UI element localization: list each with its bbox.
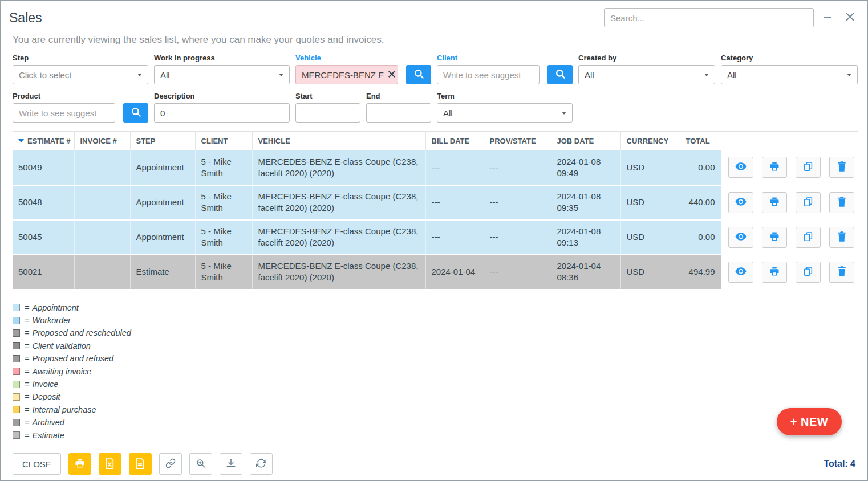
- minimize-icon: [823, 13, 832, 23]
- legend-item: =Estimate: [13, 429, 867, 441]
- legend-swatch: [13, 431, 20, 439]
- start-label: Start: [295, 92, 360, 100]
- print-button[interactable]: [762, 227, 787, 248]
- created-by-select[interactable]: All: [578, 65, 715, 84]
- delete-button[interactable]: [829, 192, 854, 213]
- cell-invoice: [74, 185, 130, 220]
- global-search-input[interactable]: [604, 8, 814, 27]
- client-input[interactable]: [437, 65, 540, 84]
- duplicate-button[interactable]: [796, 192, 821, 213]
- legend-swatch: [13, 355, 20, 362]
- cell-total: 0.00: [680, 220, 721, 255]
- view-button[interactable]: [728, 227, 753, 248]
- trash-icon: [837, 231, 846, 243]
- column-header-actions: [721, 132, 858, 150]
- print-list-button[interactable]: [68, 453, 91, 475]
- delete-button[interactable]: [829, 157, 854, 178]
- description-label: Description: [154, 92, 290, 100]
- client-label: Client: [437, 54, 573, 62]
- vehicle-search-button[interactable]: [406, 65, 431, 84]
- table-row[interactable]: 50048 Appointment 5 - Mike Smith MERCEDE…: [13, 185, 858, 220]
- copy-link-button[interactable]: [159, 453, 182, 475]
- end-date-input[interactable]: [366, 103, 431, 123]
- sort-desc-icon: [18, 139, 24, 142]
- view-button[interactable]: [728, 157, 753, 178]
- duplicate-button[interactable]: [796, 157, 821, 178]
- column-header-bill-date[interactable]: BILL DATE: [425, 132, 484, 150]
- legend-item: =Client validation: [13, 340, 867, 352]
- work-in-progress-select[interactable]: All: [154, 65, 290, 84]
- refresh-button[interactable]: [250, 453, 273, 475]
- cell-step: Estimate: [130, 255, 195, 290]
- start-date-input[interactable]: [295, 103, 360, 123]
- legend-item: =Invoice: [13, 378, 867, 390]
- column-header-client[interactable]: CLIENT: [195, 132, 252, 150]
- print-button[interactable]: [762, 262, 787, 283]
- column-header-invoice[interactable]: INVOICE #: [74, 132, 130, 150]
- magnifier-plus-icon: [196, 458, 206, 470]
- vehicle-clear-button[interactable]: [388, 71, 395, 79]
- category-select-value: All: [727, 70, 737, 80]
- duplicate-button[interactable]: [796, 262, 821, 283]
- legend-label: Internal purchase: [32, 405, 96, 414]
- category-select[interactable]: All: [721, 65, 858, 84]
- copy-icon: [803, 266, 813, 278]
- clear-icon: [388, 71, 395, 79]
- download-button[interactable]: [220, 453, 242, 475]
- cell-client: 5 - Mike Smith: [195, 185, 252, 220]
- created-by-select-value: All: [585, 70, 594, 80]
- column-header-step[interactable]: STEP: [130, 132, 195, 150]
- cell-prov-state: ---: [484, 185, 551, 220]
- print-button[interactable]: [762, 192, 787, 213]
- filter-term: Term All: [437, 92, 573, 123]
- trash-icon: [837, 161, 846, 173]
- column-header-estimate[interactable]: ESTIMATE #: [13, 132, 74, 150]
- cell-client: 5 - Mike Smith: [195, 255, 252, 290]
- filter-dates: Start End: [295, 92, 431, 123]
- sales-table: ESTIMATE # INVOICE # STEP CLIENT VEHICLE…: [13, 131, 855, 290]
- cell-vehicle: MERCEDES-BENZ E-class Coupe (C238, facel…: [252, 150, 425, 185]
- client-search-button[interactable]: [547, 65, 573, 84]
- product-input[interactable]: [13, 103, 115, 123]
- view-button[interactable]: [728, 262, 753, 283]
- legend-swatch: [13, 317, 20, 324]
- minimize-button[interactable]: [820, 10, 835, 26]
- print-button[interactable]: [762, 157, 787, 178]
- column-header-vehicle[interactable]: VEHICLE: [252, 132, 425, 150]
- table-row[interactable]: 50045 Appointment 5 - Mike Smith MERCEDE…: [13, 220, 858, 255]
- legend-swatch: [13, 304, 20, 311]
- printer-icon: [769, 161, 780, 173]
- duplicate-button[interactable]: [796, 227, 821, 248]
- vehicle-input[interactable]: [295, 65, 398, 84]
- copy-icon: [803, 197, 813, 209]
- delete-button[interactable]: [829, 262, 854, 283]
- delete-button[interactable]: [829, 227, 854, 248]
- step-select[interactable]: Click to select: [13, 65, 148, 84]
- export-excel-button[interactable]: [99, 453, 121, 475]
- legend-label: Client validation: [32, 341, 90, 350]
- table-row[interactable]: 50049 Appointment 5 - Mike Smith MERCEDE…: [13, 150, 858, 185]
- export-pdf-button[interactable]: [129, 453, 152, 475]
- term-select[interactable]: All: [437, 103, 573, 123]
- column-header-prov-state[interactable]: PROV/STATE: [484, 132, 551, 150]
- product-search-button[interactable]: [123, 103, 148, 123]
- cell-total: 0.00: [680, 150, 721, 185]
- cell-prov-state: ---: [484, 220, 551, 255]
- zoom-button[interactable]: [189, 453, 212, 475]
- close-button[interactable]: CLOSE: [13, 453, 61, 475]
- close-window-button[interactable]: [841, 9, 859, 26]
- table-row[interactable]: 50021 Estimate 5 - Mike Smith MERCEDES-B…: [13, 255, 858, 290]
- new-sale-button[interactable]: + NEW: [777, 408, 842, 435]
- column-header-currency[interactable]: CURRENCY: [620, 132, 680, 150]
- window-header: Sales: [1, 1, 867, 27]
- eye-icon: [735, 233, 747, 242]
- description-input[interactable]: [154, 103, 290, 123]
- legend-swatch: [13, 419, 20, 426]
- column-header-total[interactable]: TOTAL: [680, 132, 721, 150]
- cell-job-date: 2024-01-08 09:13: [551, 220, 620, 255]
- created-by-label: Created by: [578, 54, 715, 62]
- trash-icon: [837, 197, 846, 209]
- view-button[interactable]: [728, 192, 753, 213]
- cell-vehicle: MERCEDES-BENZ E-class Coupe (C238, facel…: [252, 220, 425, 255]
- column-header-job-date[interactable]: JOB DATE: [551, 132, 620, 150]
